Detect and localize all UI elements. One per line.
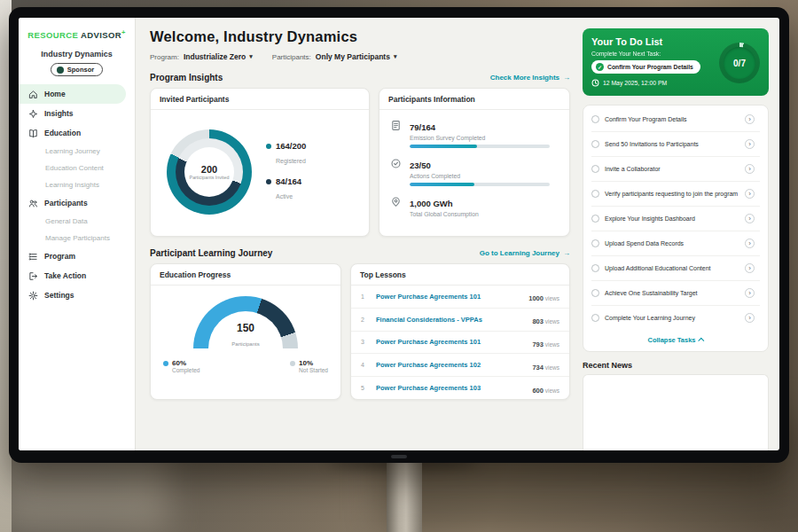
sidebar-item-education-content[interactable]: Education Content [19,160,135,176]
clipboard-icon [390,119,402,130]
task-checkbox[interactable] [591,115,599,123]
lesson-views: 600 views [532,380,559,396]
legend-item: 84/164Active [266,177,306,202]
sidebar-item-learning-insights[interactable]: Learning Insights [19,176,135,193]
task-item[interactable]: Invite a Collaborator › [591,156,760,181]
lesson-link[interactable]: Power Purchase Agreements 101 [376,293,520,301]
check-more-insights-link[interactable]: Check More Insights → [490,74,570,82]
book-icon [28,129,38,138]
sidebar-item-insights[interactable]: Insights [19,104,135,123]
sidebar-nav: Home Insights Education Learning Journey… [19,84,135,305]
sidebar-item-settings[interactable]: Settings [19,286,135,305]
lesson-row: 2 Financial Considerations - VPPAs 803 v… [351,308,569,331]
info-row: 79/164 Emission Survey Completed [379,110,569,148]
arrow-exit-icon [28,271,38,281]
go-to-learning-journey-link[interactable]: Go to Learning Journey → [480,249,570,257]
task-checkbox[interactable] [591,314,599,322]
people-icon [28,199,38,208]
sponsor-badge[interactable]: Sponsor [51,63,103,76]
legend-dot [163,361,168,366]
todo-panel: Your To Do List Complete Your Next Task:… [581,18,779,450]
filter-bar: Program: Industrialize Zero ▾ Participan… [150,52,570,61]
sidebar-item-education[interactable]: Education [19,123,135,143]
sidebar-item-general-data[interactable]: General Data [19,213,135,230]
todo-summary-card: Your To Do List Complete Your Next Task:… [583,28,769,96]
location-pin-icon [390,195,402,207]
chevron-right-icon[interactable]: › [745,214,755,223]
chevron-right-icon[interactable]: › [745,114,755,124]
page-title: Welcome, Industry Dynamics [150,28,570,45]
lesson-link[interactable]: Financial Considerations - VPPAs [376,316,524,324]
education-progress-card: Education Progress 150 Participants 60% … [150,263,341,400]
sidebar-item-participants[interactable]: Participants [19,193,135,213]
task-item[interactable]: Explore Your Insights Dashboard › [591,206,760,231]
task-checkbox[interactable] [591,190,599,198]
target-check-icon [390,157,402,168]
card-title: Education Progress [151,264,340,286]
recent-news-title: Recent News [583,361,769,370]
program-select[interactable]: Industrialize Zero ▾ [184,52,253,61]
chevron-right-icon[interactable]: › [745,164,755,174]
gear-icon [28,291,38,301]
chevron-right-icon[interactable]: › [745,189,755,199]
program-insights-title: Program Insights [150,73,223,82]
chevron-right-icon[interactable]: › [745,288,755,298]
lesson-row: 3 Power Purchase Agreements 101 793 view… [351,331,569,354]
sidebar-item-manage-participants[interactable]: Manage Participants [19,230,135,246]
sidebar-item-learning-journey[interactable]: Learning Journey [19,143,135,160]
arrow-right-icon: → [563,249,570,257]
task-list-card: Confirm Your Program Details › Send 50 I… [583,105,769,352]
list-icon [28,252,38,262]
top-lessons-card: Top Lessons 1 Power Purchase Agreements … [350,263,570,400]
monitor-stand [387,463,422,532]
lesson-row: 5 Power Purchase Agreements 103 600 view… [351,376,569,399]
task-item[interactable]: Achieve One Sustainability Target › [591,280,760,305]
task-checkbox[interactable] [591,264,599,272]
task-checkbox[interactable] [591,140,599,148]
invited-donut-chart: 200 Participants Invited [167,129,252,215]
task-item[interactable]: Confirm Your Program Details › [591,107,760,131]
card-title: Invited Participants [151,89,369,110]
progress-bar-fill [410,183,474,186]
sidebar-item-home[interactable]: Home [19,84,126,104]
info-row: 1,000 GWh Total Global Consumption [379,186,569,217]
invited-participants-card: Invited Participants 200 Participants In… [150,88,370,237]
lesson-link[interactable]: Power Purchase Agreements 103 [376,384,524,392]
chevron-down-icon: ▾ [394,53,397,60]
progress-bar-fill [410,145,477,148]
lesson-views: 803 views [532,311,559,327]
task-item[interactable]: Upload Spend Data Records › [591,231,760,255]
lesson-row: 1 Power Purchase Agreements 101 1000 vie… [351,286,569,308]
sidebar-item-program[interactable]: Program [19,246,135,266]
next-task-pill[interactable]: ✓ Confirm Your Program Details [591,60,700,74]
chevron-right-icon[interactable]: › [745,313,755,323]
legend-item: 164/200Registered [266,142,306,167]
legend-dot [266,144,271,149]
sidebar: RESOURCE ADVISOR+ Industry Dynamics Spon… [19,18,136,450]
sparkle-icon [28,109,38,119]
task-item[interactable]: Verify participants requesting to join t… [591,181,760,206]
main-content: Welcome, Industry Dynamics Program: Indu… [136,18,581,450]
dashboard-screen: RESOURCE ADVISOR+ Industry Dynamics Spon… [19,18,779,450]
chevron-right-icon[interactable]: › [745,139,755,149]
info-row: 23/50 Actions Completed [379,148,569,186]
task-checkbox[interactable] [591,165,599,173]
task-item[interactable]: Upload Additional Educational Content › [591,255,760,280]
lesson-link[interactable]: Power Purchase Agreements 101 [376,338,524,346]
progress-bar [410,145,550,148]
task-checkbox[interactable] [591,239,599,247]
sidebar-item-take-action[interactable]: Take Action [19,266,135,286]
gauge-center-label: 150 Participants [193,323,298,349]
task-item[interactable]: Complete Your Learning Journey › [591,305,760,330]
home-icon [28,90,38,99]
card-title: Top Lessons [351,264,569,286]
task-checkbox[interactable] [591,215,599,223]
task-item[interactable]: Send 50 Invitations to Participants › [591,131,760,156]
collapse-tasks-button[interactable]: Collapse Tasks [591,330,760,349]
chevron-right-icon[interactable]: › [745,239,755,248]
lesson-link[interactable]: Power Purchase Agreements 102 [376,361,524,369]
task-checkbox[interactable] [591,289,599,297]
lesson-views: 1000 views [528,288,559,304]
chevron-right-icon[interactable]: › [745,263,755,273]
participants-select[interactable]: Only My Participants ▾ [316,52,397,61]
